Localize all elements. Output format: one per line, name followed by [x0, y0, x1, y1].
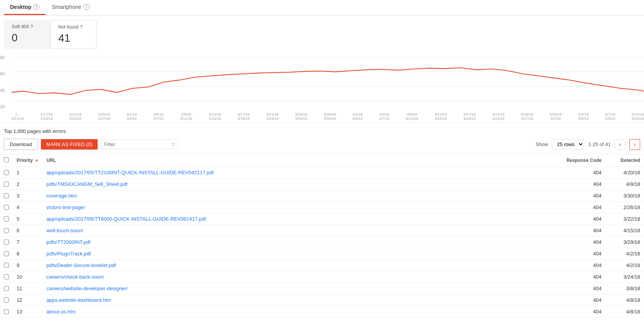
row-detected: 3/22/18 — [605, 213, 644, 225]
row-detected: 4/8/18 — [605, 294, 644, 306]
row-url[interactable]: well-touch-soon/ — [42, 225, 555, 236]
row-url[interactable]: coverage.htm — [42, 190, 555, 202]
row-priority: 6 — [13, 225, 42, 236]
prev-page-button[interactable]: ‹ — [615, 139, 625, 150]
row-checkbox[interactable] — [4, 182, 9, 187]
row-detected: 3/8/18 — [605, 283, 644, 294]
row-priority: 2 — [13, 179, 42, 190]
row-url[interactable]: victors-test-page/ — [42, 202, 555, 213]
chart-container: 80 60 40 20 2...2/15/18 2/17/182/19/18 2… — [0, 53, 644, 123]
row-url[interactable]: about-us.htm — [42, 306, 555, 318]
row-url[interactable]: pdfs/TMSIOCANGM_Sell_Sheet.pdf — [42, 179, 555, 190]
pagination-right: Show 25 rows 1-25 of 41 ‹ › — [536, 139, 640, 150]
row-checkbox-cell — [0, 190, 13, 202]
row-priority: 8 — [13, 248, 42, 260]
not-found-help-icon[interactable]: ? — [80, 24, 83, 30]
row-checkbox[interactable] — [4, 216, 9, 221]
row-detected: 4/15/18 — [605, 225, 644, 236]
row-detected: 4/9/18 — [605, 179, 644, 190]
row-detected: 4/2/18 — [605, 260, 644, 271]
row-url[interactable]: careers/website-developer-designer/ — [42, 283, 555, 294]
row-checkbox[interactable] — [4, 228, 9, 233]
table-row: 2 pdfs/TMSIOCANGM_Sell_Sheet.pdf 404 4/9… — [0, 179, 644, 190]
filter-icon: ▽ — [171, 142, 175, 147]
filter-input[interactable] — [104, 141, 169, 147]
row-url[interactable]: app/uploads/2017/06/TT6000-QUICK-INSTALL… — [42, 213, 555, 225]
row-priority: 5 — [13, 213, 42, 225]
row-checkbox[interactable] — [4, 193, 9, 198]
table-row: 5 app/uploads/2017/06/TT6000-QUICK-INSTA… — [0, 213, 644, 225]
table-row: 6 well-touch-soon/ 404 4/15/18 — [0, 225, 644, 236]
col-header-response: Response Code — [555, 154, 605, 167]
row-checkbox-cell — [0, 294, 13, 306]
chart-area — [12, 53, 644, 111]
row-url[interactable]: pdfs/Dealer-Secure-booklet.pdf — [42, 260, 555, 271]
row-checkbox-cell — [0, 271, 13, 283]
chart-y-labels: 80 60 40 20 — [0, 53, 12, 111]
row-url[interactable]: app/uploads/2017/05/TT2100INT-QUICK-INST… — [42, 167, 555, 179]
row-response-code: 404 — [555, 248, 605, 260]
next-page-button[interactable]: › — [629, 139, 640, 150]
row-detected: 4/8/18 — [605, 306, 644, 318]
row-checkbox[interactable] — [4, 298, 9, 303]
soft404-label: Soft 404 ? — [12, 24, 42, 29]
row-response-code: 404 — [555, 294, 605, 306]
row-checkbox[interactable] — [4, 251, 9, 256]
desktop-help-icon[interactable]: ? — [33, 4, 39, 10]
row-response-code: 404 — [555, 283, 605, 294]
row-checkbox-cell — [0, 306, 13, 318]
chart-svg — [12, 53, 644, 111]
row-checkbox[interactable] — [4, 205, 9, 210]
row-checkbox-cell — [0, 179, 13, 190]
show-label: Show — [536, 141, 548, 147]
row-checkbox[interactable] — [4, 274, 9, 279]
row-response-code: 404 — [555, 213, 605, 225]
row-response-code: 404 — [555, 167, 605, 179]
smartphone-help-icon[interactable]: ? — [83, 4, 90, 10]
row-detected: 4/2/18 — [605, 248, 644, 260]
table-row: 7 pdfs/TT2000INT.pdf 404 3/29/18 — [0, 236, 644, 248]
download-button[interactable]: Download — [4, 139, 38, 150]
row-url[interactable]: careers/check-back-soon/ — [42, 271, 555, 283]
table-row: 8 pdfs/PlugnTrack.pdf 404 4/2/18 — [0, 248, 644, 260]
row-checkbox[interactable] — [4, 286, 9, 291]
row-response-code: 404 — [555, 225, 605, 236]
row-url[interactable]: pdfs/PlugnTrack.pdf — [42, 248, 555, 260]
col-header-url: URL — [42, 154, 555, 167]
row-priority: 12 — [13, 294, 42, 306]
row-detected: 2/26/18 — [605, 202, 644, 213]
row-checkbox-cell — [0, 213, 13, 225]
mark-fixed-button[interactable]: MARK AS FIXED (0) — [41, 139, 98, 150]
row-response-code: 404 — [555, 202, 605, 213]
row-checkbox[interactable] — [4, 170, 9, 175]
row-response-code: 404 — [555, 306, 605, 318]
select-all-checkbox[interactable] — [4, 157, 9, 162]
table-row: 13 about-us.htm 404 4/8/18 — [0, 306, 644, 318]
row-checkbox[interactable] — [4, 263, 9, 268]
row-checkbox-cell — [0, 167, 13, 179]
tab-desktop[interactable]: Desktop ? — [4, 0, 46, 15]
page-info: 1-25 of 41 — [588, 141, 611, 147]
row-url[interactable]: apps-website-dashboard.htm — [42, 294, 555, 306]
tab-smartphone[interactable]: Smartphone ? — [46, 0, 95, 15]
tab-smartphone-label: Smartphone — [52, 4, 81, 10]
row-checkbox-cell — [0, 248, 13, 260]
toolbar: Download MARK AS FIXED (0) ▽ Show 25 row… — [0, 137, 644, 154]
row-response-code: 404 — [555, 236, 605, 248]
row-url[interactable]: pdfs/TT2000INT.pdf — [42, 236, 555, 248]
not-found-value: 41 — [58, 32, 88, 44]
chart-x-labels: 2...2/15/18 2/17/182/19/18 2/21/182/23/1… — [12, 111, 644, 122]
col-header-priority[interactable]: Priority ▼ — [13, 154, 42, 167]
table-row: 1 app/uploads/2017/05/TT2100INT-QUICK-IN… — [0, 167, 644, 179]
not-found-stat: Not found ? 41 — [50, 20, 97, 49]
row-checkbox[interactable] — [4, 309, 9, 314]
show-rows-select[interactable]: 25 rows — [552, 139, 584, 150]
row-priority: 11 — [13, 283, 42, 294]
table-body: 1 app/uploads/2017/05/TT2100INT-QUICK-IN… — [0, 167, 644, 318]
row-checkbox[interactable] — [4, 240, 9, 245]
row-checkbox-cell — [0, 202, 13, 213]
row-detected: 3/30/18 — [605, 190, 644, 202]
soft404-help-icon[interactable]: ? — [31, 24, 33, 29]
table-row: 4 victors-test-page/ 404 2/26/18 — [0, 202, 644, 213]
row-priority: 10 — [13, 271, 42, 283]
